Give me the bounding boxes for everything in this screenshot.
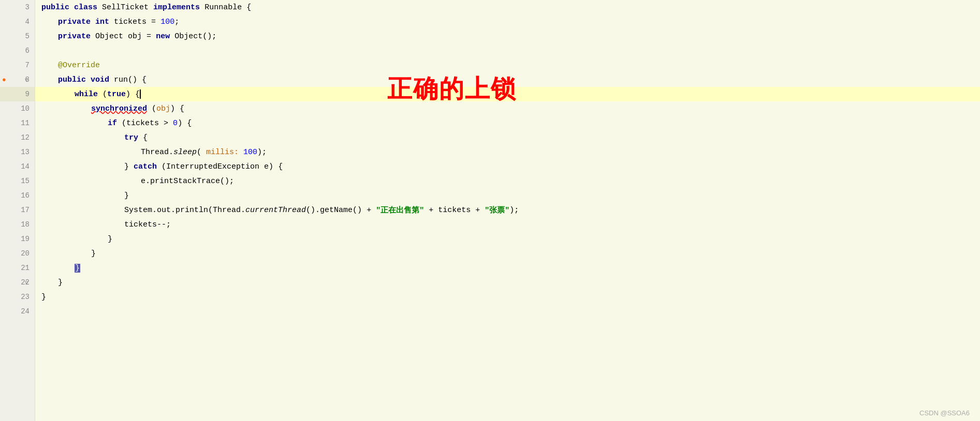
line-18: 18 [0,217,35,232]
line-3: 3 [0,0,35,14]
code-line-23: } [35,290,980,304]
line-5: 5 [0,29,35,43]
code-line-13: Thread.sleep( millis: 100); [35,145,980,159]
code-line-20: } [35,246,980,261]
code-line-24 [35,304,980,319]
code-line-21: } [35,261,980,275]
line-21: 21 [0,261,35,275]
line-22: 22 ▽ [0,275,35,290]
line-7: 7 [0,58,35,72]
code-line-6 [35,43,980,58]
line-12: 12 [0,130,35,145]
code-line-14: } catch (InterruptedException e) { [35,159,980,174]
code-line-22: } [35,275,980,290]
line-17: 17 [0,203,35,217]
code-line-11: if (tickets > 0) { [35,116,980,130]
selected-brace: } [75,264,80,273]
line-15: 15 [0,174,35,188]
code-line-18: tickets--; [35,217,980,232]
line-4: 4 [0,14,35,29]
collapse-icon-8[interactable]: ▽ [25,77,28,83]
line-numbers: 3 4 5 6 7 ● 8 ▽ 9 10 11 12 13 14 15 16 1… [0,0,35,421]
code-line-12: try { [35,130,980,145]
line-24: 24 [0,304,35,319]
watermark: CSDN @SSOA6 [919,409,970,417]
line-20: 20 [0,246,35,261]
code-container: 3 4 5 6 7 ● 8 ▽ 9 10 11 12 13 14 15 16 1… [0,0,980,421]
line-8: ● 8 ▽ [0,72,35,87]
line-19: 19 [0,232,35,246]
code-line-7: @Override [35,58,980,72]
code-area: public class SellTicket implements Runna… [35,0,980,421]
code-line-15: e.printStackTrace(); [35,174,980,188]
line-9: 9 [0,87,35,101]
line-23: 23 [0,290,35,304]
line-13: 13 [0,145,35,159]
line-10: 10 [0,101,35,116]
line-6: 6 [0,43,35,58]
code-line-16: } [35,188,980,203]
code-line-19: } [35,232,980,246]
line-11: 11 [0,116,35,130]
breakpoint-icon: ● [2,76,6,84]
code-line-4: private int tickets = 100; [35,14,980,29]
collapse-icon-22[interactable]: ▽ [25,279,28,286]
code-line-3: public class SellTicket implements Runna… [35,0,980,14]
code-line-5: private Object obj = new Object(); [35,29,980,43]
line-14: 14 [0,159,35,174]
text-cursor [140,89,141,99]
code-line-17: System.out.println(Thread.currentThread(… [35,203,980,217]
chinese-label: 正确的上锁 [387,72,517,106]
line-16: 16 [0,188,35,203]
